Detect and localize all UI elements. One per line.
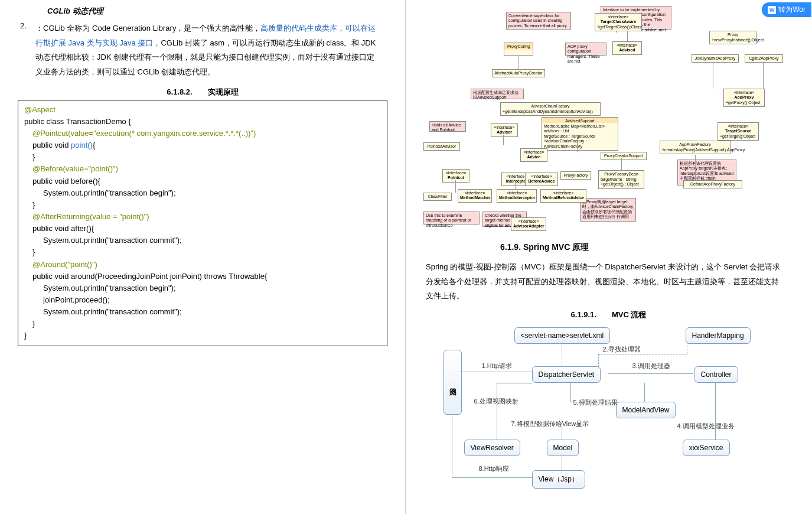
code-line: public void around(ProceedingJoinPoint j…: [24, 271, 381, 282]
mvc-step: 2.寻找处理器: [603, 345, 641, 354]
uml-class: «interface»MethodBeforeAdvice: [540, 189, 586, 203]
uml-connector: [515, 183, 516, 189]
code-line: public void point(){: [24, 139, 381, 151]
code-line: }: [24, 318, 381, 330]
code-line: }: [24, 151, 381, 163]
uml-class-body: +getTargetClass():Class: [595, 24, 642, 31]
code-line: }: [24, 330, 381, 341]
page-left: CGLib 动态代理 2. ：CGLib 全称为 Code Generation…: [0, 0, 406, 514]
uml-note: 在Proxy调用target target时，由AdvisorChainFact…: [580, 198, 636, 222]
heading-cglib: CGLib 动态代理: [47, 6, 387, 17]
list-number: 2.: [18, 21, 35, 80]
uml-connector: [518, 56, 518, 69]
mvc-connector: [570, 402, 617, 402]
mvc-node-servlet-xml: <servlet-name>servlet.xml: [514, 327, 611, 344]
mvc-connector: [497, 383, 532, 383]
code-line: }: [24, 246, 381, 258]
mvc-connector: [497, 383, 497, 440]
mvc-connector: [598, 354, 599, 367]
uml-class-body: targetName : String +getObject() : Objec…: [598, 176, 644, 189]
uml-class: ProxyCreatorSupport: [601, 152, 647, 160]
mvc-node-controller: Controller: [694, 366, 738, 383]
mvc-connector: [562, 419, 562, 440]
uml-class: JdkDynamicAopProxy: [692, 54, 739, 63]
uml-note: Holds all Advice and Pointcut: [429, 121, 466, 132]
mvc-diagram: <servlet-name>servlet.xml HandlerMapping…: [443, 327, 774, 493]
mvc-connector: [608, 373, 693, 374]
uml-class: «interface»Pointcut: [442, 169, 469, 183]
uml-class-body: [504, 50, 533, 56]
uml-class-body: +newProxyInstance():Object: [709, 37, 756, 44]
uml-class: «interface»Advice: [520, 148, 547, 162]
mvc-connector: [570, 383, 571, 402]
mvc-node-dispatcher: DispatcherServlet: [532, 366, 601, 383]
uml-note: 根据配置生成满足要求法 以AdvisedSupport: [471, 89, 524, 99]
uml-class-body: MethodCache Map<Method,List> advisors : …: [542, 123, 618, 151]
code-line: joinPoint.proceed();: [24, 294, 381, 306]
uml-connector: [627, 31, 628, 41]
mvc-connector: [687, 342, 687, 354]
mvc-connector: [715, 383, 716, 440]
text: ：CGLib 全称为 Code Generation Library，是一个强大…: [35, 24, 260, 32]
uml-class: «interface»MethodInterceptor: [497, 189, 537, 203]
uml-connector: [763, 62, 764, 89]
mvc-step: 1.Http请求: [482, 362, 512, 370]
mvc-node-model-and-view: ModelAndView: [616, 402, 676, 418]
code-block: @Aspect public class TransactionDemo { @…: [18, 100, 387, 346]
uml-connector: [621, 158, 622, 170]
mvc-connector: [452, 477, 532, 478]
uml-class: «interface»MethodMatcher: [458, 189, 492, 203]
uml-connector: [503, 135, 504, 145]
mvc-node-browser: 浏览器: [443, 350, 462, 415]
heading-619: 6.1.9. Spring MVC 原理: [500, 242, 794, 253]
mvc-connector: [562, 344, 562, 366]
uml-class: Cglib2AopProxy: [745, 54, 783, 63]
mvc-connector: [644, 383, 645, 402]
mvc-step: 4.调用模型处理业务: [677, 422, 735, 431]
heading-6191: 6.1.9.1. MVC 流程: [423, 310, 794, 320]
uml-class: PointcutAdvisor: [423, 142, 460, 151]
code-line: @Before(value="point()"): [24, 163, 381, 175]
uml-class: DefaultAopProxyFactory: [683, 180, 742, 188]
code-line: System.out.println("transaction begin");: [24, 282, 381, 294]
uml-note: AOP proxy configuration managers. These …: [565, 43, 606, 56]
uml-class: «interface»Advisor: [491, 123, 518, 137]
uml-note: Use this to examine matching of a pointc…: [423, 212, 480, 225]
mvc-step: 5.得到处理结果: [573, 398, 618, 407]
uml-connector: [455, 180, 456, 193]
uml-class: «interface»AdvisorAdapter: [511, 217, 546, 231]
uml-connector: [577, 141, 578, 152]
paragraph-text: ：CGLib 全称为 Code Generation Library，是一个强大…: [35, 21, 387, 80]
mvc-connector: [452, 416, 452, 477]
code-line: System.out.println("transaction commit")…: [24, 306, 381, 318]
mvc-node-view: View（Jsp）: [532, 470, 585, 489]
uml-class-body: +getProxy():Object: [723, 99, 765, 107]
uml-class: AbstractAutoProxyCreator: [492, 69, 545, 77]
mvc-connector: [562, 456, 562, 470]
mvc-connector: [598, 354, 687, 354]
code-line: public class TransactionDemo {: [24, 116, 381, 128]
uml-class-body: +getInterceptorsAndDynamicInterceptionAd…: [500, 108, 601, 116]
paragraph-619: Spring 的模型-视图-控制器（MVC）框架是围绕一个 Dispatcher…: [426, 260, 782, 304]
uml-note: Convenience superclass for configuration…: [506, 12, 571, 30]
mvc-step: 7.将模型数据传给View显示: [511, 419, 589, 428]
mvc-step: 3.调用处理器: [632, 362, 670, 370]
uml-connector: [713, 62, 713, 89]
mvc-node-model: Model: [547, 440, 579, 456]
uml-connector: [695, 155, 696, 180]
code-line: public void before(){: [24, 175, 381, 187]
uml-diagram: Convenience superclass for configuration…: [423, 6, 794, 236]
code-line: System.out.println("transaction begin");: [24, 187, 381, 199]
mvc-node-handler-mapping: HandlerMapping: [686, 327, 751, 344]
mvc-node-view-resolver: ViewResolver: [464, 440, 520, 456]
code-line: System.out.println("transaction commit")…: [24, 235, 381, 246]
mvc-connector: [460, 372, 532, 372]
code-line: public void after(){: [24, 223, 381, 235]
uml-class: «interface»Advised: [612, 41, 642, 55]
page-right: W 转为Wor Convenience superclass for confi…: [406, 0, 811, 514]
code-line: @Pointcut(value="execution(* com.yangxin…: [24, 128, 381, 139]
mvc-step: 8.Http响应: [479, 464, 509, 473]
code-line: @Around("point()"): [24, 259, 381, 271]
uml-class: ProxyFactory: [560, 171, 591, 180]
heading-6182: 6.1.8.2. 实现原理: [18, 87, 387, 97]
